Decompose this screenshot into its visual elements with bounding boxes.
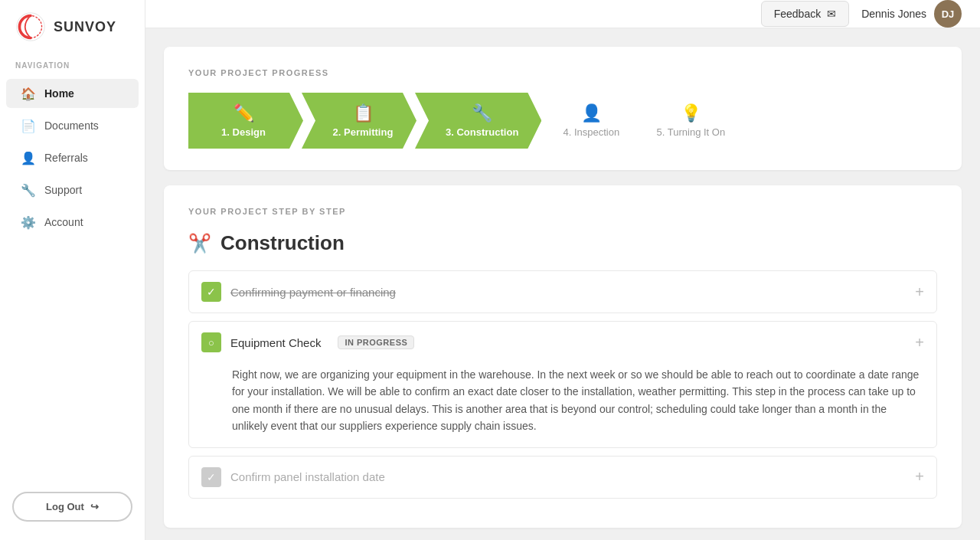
step-inspection-label: 4. Inspection [563, 126, 619, 138]
feedback-label: Feedback [774, 8, 821, 20]
sidebar: SUNVOY NAVIGATION 🏠 Home 📄 Documents 👤 R… [0, 0, 145, 540]
progress-steps: ✏️ 1. Design 📋 2. Permitting 🔧 3. Constr… [188, 93, 937, 149]
feedback-button[interactable]: Feedback ✉ [761, 1, 849, 27]
progress-card: YOUR PROJECT PROGRESS ✏️ 1. Design 📋 2. … [164, 47, 962, 170]
task-payment-expand[interactable]: + [915, 283, 924, 301]
task-equipment-title: Equipment Check [230, 336, 321, 349]
task-panel-date-title: Confirm panel installation date [230, 470, 385, 483]
step-permitting[interactable]: 📋 2. Permitting [302, 93, 416, 149]
construction-step-icon: 🔧 [446, 103, 518, 123]
sidebar-item-documents[interactable]: 📄 Documents [6, 111, 139, 140]
task-payment-checkbox: ✓ [201, 282, 221, 302]
inspection-step-icon: 👤 [581, 103, 602, 123]
account-icon: ⚙️ [21, 215, 35, 229]
step-design[interactable]: ✏️ 1. Design [188, 93, 303, 149]
construction-phase-title: Construction [220, 231, 345, 255]
sidebar-item-home[interactable]: 🏠 Home [6, 79, 139, 108]
avatar: DJ [934, 0, 962, 28]
progress-section-label: YOUR PROJECT PROGRESS [188, 68, 937, 77]
task-equipment-header[interactable]: ○ Equipment Check IN PROGRESS + [189, 322, 936, 363]
task-equipment: ○ Equipment Check IN PROGRESS + Right no… [188, 321, 937, 448]
main-content: Feedback ✉ Dennis Jones DJ YOUR PROJECT … [145, 0, 980, 540]
step-construction[interactable]: 🔧 3. Construction [415, 93, 541, 149]
sidebar-item-support[interactable]: 🔧 Support [6, 175, 139, 205]
support-icon: 🔧 [21, 183, 35, 197]
task-payment-title: Confirming payment or financing [230, 286, 396, 299]
task-panel-date-checkbox: ✓ [201, 467, 221, 487]
sidebar-item-support-label: Support [44, 184, 82, 196]
permitting-step-icon: 📋 [332, 103, 394, 123]
step-inspection[interactable]: 👤 4. Inspection [541, 93, 641, 149]
step-design-label: 1. Design [207, 126, 280, 138]
sidebar-item-referrals[interactable]: 👤 Referrals [6, 143, 139, 172]
sidebar-item-home-label: Home [44, 87, 74, 100]
logout-button[interactable]: Log Out ↪ [12, 492, 132, 522]
home-icon: 🏠 [21, 87, 35, 100]
page-content: YOUR PROJECT PROGRESS ✏️ 1. Design 📋 2. … [145, 28, 980, 540]
task-panel-date-expand[interactable]: + [915, 468, 924, 486]
logo-area: SUNVOY [0, 0, 145, 54]
task-equipment-badge: IN PROGRESS [338, 335, 414, 349]
step-construction-label: 3. Construction [446, 126, 518, 138]
step-turning-on-label: 5. Turning It On [657, 126, 726, 138]
task-panel-date: ✓ Confirm panel installation date + [188, 456, 937, 499]
task-payment: ✓ Confirming payment or financing + [188, 270, 937, 313]
nav-items: 🏠 Home 📄 Documents 👤 Referrals 🔧 Support… [0, 74, 145, 479]
nav-section-label: NAVIGATION [0, 54, 145, 74]
task-payment-header[interactable]: ✓ Confirming payment or financing + [189, 271, 936, 313]
step-by-step-card: YOUR PROJECT STEP BY STEP ✂️ Constructio… [164, 185, 962, 528]
task-equipment-left: ○ Equipment Check IN PROGRESS [201, 332, 414, 352]
sidebar-item-account-label: Account [44, 216, 83, 228]
design-step-icon: ✏️ [207, 103, 280, 123]
task-equipment-expand[interactable]: + [915, 334, 924, 352]
user-area: Dennis Jones DJ [861, 0, 962, 28]
step-permitting-label: 2. Permitting [332, 126, 394, 138]
task-panel-date-header[interactable]: ✓ Confirm panel installation date + [189, 457, 936, 498]
task-panel-date-left: ✓ Confirm panel installation date [201, 467, 385, 487]
sidebar-item-referrals-label: Referrals [44, 152, 88, 164]
turning-on-step-icon: 💡 [681, 103, 701, 123]
step-turning-on[interactable]: 💡 5. Turning It On [641, 93, 740, 149]
step-by-step-label: YOUR PROJECT STEP BY STEP [188, 207, 937, 216]
logout-label: Log Out [46, 501, 84, 512]
topbar: Feedback ✉ Dennis Jones DJ [145, 0, 980, 28]
mail-icon: ✉ [827, 8, 836, 20]
sunvoy-logo-icon [15, 11, 46, 42]
document-icon: 📄 [21, 119, 35, 133]
sidebar-item-documents-label: Documents [44, 119, 99, 132]
sidebar-item-account[interactable]: ⚙️ Account [6, 208, 139, 237]
logout-area: Log Out ↪ [0, 479, 145, 540]
construction-phase-icon: ✂️ [188, 233, 211, 254]
user-name: Dennis Jones [861, 8, 926, 20]
logout-arrow-icon: ↪ [90, 501, 99, 512]
task-payment-left: ✓ Confirming payment or financing [201, 282, 396, 302]
construction-header: ✂️ Construction [188, 231, 937, 255]
referrals-icon: 👤 [21, 151, 35, 165]
task-equipment-body: Right now, we are organizing your equipm… [189, 363, 936, 447]
app-name: SUNVOY [54, 19, 116, 35]
task-equipment-checkbox: ○ [201, 332, 221, 352]
